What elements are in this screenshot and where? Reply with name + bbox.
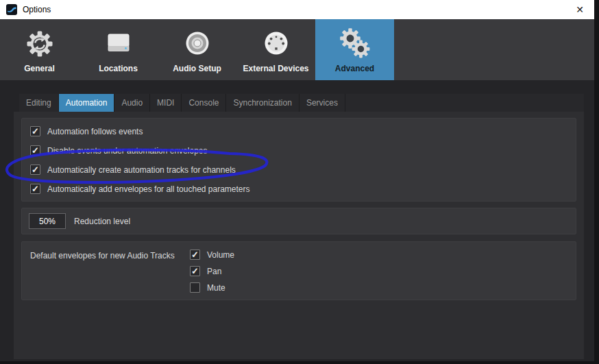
toolbar-item-label: External Devices <box>243 64 308 73</box>
midi-connector-icon <box>260 25 293 63</box>
toolbar-item-locations[interactable]: Locations <box>79 19 158 80</box>
checkbox-row-auto-create-automation-tracks[interactable]: Automatically create automation tracks f… <box>30 165 567 175</box>
options-dialog: Options ✕ General <box>0 0 594 361</box>
close-icon[interactable]: ✕ <box>568 0 591 19</box>
tab-console[interactable]: Console <box>182 94 226 112</box>
toolbar-item-external-devices[interactable]: External Devices <box>236 19 315 80</box>
reduction-level-group: 50% Reduction level <box>21 208 576 234</box>
checkbox[interactable] <box>30 184 40 194</box>
toolbar-item-label: General <box>24 64 55 73</box>
toolbar-item-label: Advanced <box>335 64 374 73</box>
tab-midi[interactable]: MIDI <box>150 94 182 112</box>
double-gear-icon <box>339 25 371 63</box>
toolbar-item-audio-setup[interactable]: Audio Setup <box>158 19 236 80</box>
title-bar: Options ✕ <box>0 0 594 19</box>
toolbar-item-label: Audio Setup <box>173 64 221 73</box>
default-envelopes-label: Default envelopes for new Audio Tracks <box>30 251 175 260</box>
checkbox-row-automation-follows-events[interactable]: Automation follows events <box>30 126 567 136</box>
checkbox-label: Disable events under automation envelope… <box>47 146 207 156</box>
checkbox-row-auto-add-envelopes[interactable]: Automatically add envelopes for all touc… <box>30 184 567 194</box>
tab-automation[interactable]: Automation <box>59 94 115 112</box>
checkbox[interactable] <box>190 266 200 276</box>
studio-one-app-icon[interactable] <box>6 4 17 15</box>
automation-settings-panel: Automation follows events Disable events… <box>14 112 584 359</box>
speaker-icon <box>181 25 214 63</box>
window-title: Options <box>23 5 51 14</box>
checkbox-label: Pan <box>207 267 221 276</box>
checkbox[interactable] <box>30 165 40 175</box>
checkbox[interactable] <box>30 126 40 136</box>
checkbox-label: Automation follows events <box>47 127 143 136</box>
hard-drive-icon <box>102 25 135 63</box>
checkbox[interactable] <box>30 145 40 156</box>
default-envelopes-options: Volume Pan Mute <box>190 250 234 293</box>
advanced-tab-bar: Editing Automation Audio MIDI Console Sy… <box>19 94 584 112</box>
gear-refresh-icon <box>23 25 56 63</box>
checkbox-label: Automatically add envelopes for all touc… <box>47 184 250 194</box>
checkbox-label: Mute <box>207 283 225 293</box>
checkbox[interactable] <box>190 250 200 260</box>
checkbox-row-pan[interactable]: Pan <box>190 266 234 276</box>
checkbox-row-disable-events-under-envelopes[interactable]: Disable events under automation envelope… <box>30 145 567 156</box>
automation-options-group: Automation follows events Disable events… <box>21 118 576 202</box>
checkbox-row-volume[interactable]: Volume <box>190 250 234 260</box>
toolbar-item-advanced[interactable]: Advanced <box>315 19 394 80</box>
default-envelopes-group: Default envelopes for new Audio Tracks V… <box>21 241 576 300</box>
reduction-level-input[interactable]: 50% <box>29 213 66 229</box>
toolbar-item-label: Locations <box>99 64 138 73</box>
checkbox-label: Volume <box>207 250 234 260</box>
tab-editing[interactable]: Editing <box>19 94 59 112</box>
checkbox-label: Automatically create automation tracks f… <box>47 165 236 175</box>
checkbox-row-mute[interactable]: Mute <box>190 282 234 293</box>
reduction-level-label: Reduction level <box>74 217 130 226</box>
tab-audio[interactable]: Audio <box>114 94 150 112</box>
tab-synchronization[interactable]: Synchronization <box>226 94 299 112</box>
checkbox[interactable] <box>190 282 200 293</box>
options-section-toolbar: General Locations Audio S <box>0 19 594 80</box>
tab-services[interactable]: Services <box>300 94 345 112</box>
toolbar-item-general[interactable]: General <box>0 19 79 80</box>
